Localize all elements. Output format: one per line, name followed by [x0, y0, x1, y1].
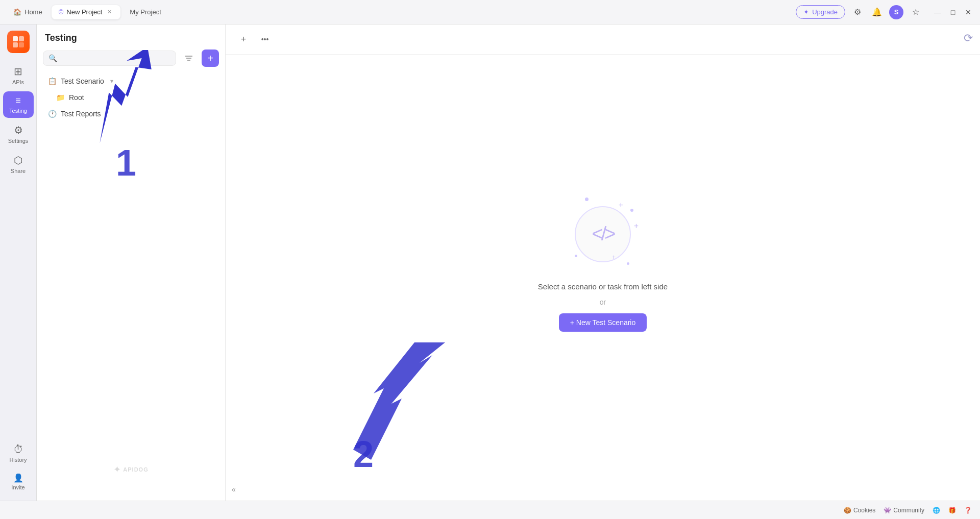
sidebar-nav-test-scenario[interactable]: 📋 Test Scenario ▾ [40, 73, 222, 89]
close-button[interactable]: ✕ [963, 7, 974, 18]
sidebar-item-settings[interactable]: ⚙ Settings [3, 120, 34, 148]
empty-state-text: Select a scenario or task from left side [538, 282, 668, 291]
upgrade-icon: ✦ [803, 8, 809, 16]
share-label: Share [11, 168, 26, 174]
sidebar: Testing 🔍 + 📋 Test Scenario ▾ 📁 [37, 24, 226, 501]
gift-link[interactable]: 🎁 [948, 507, 956, 514]
history-icon: ⏱ [13, 443, 23, 455]
new-test-scenario-button[interactable]: + New Test Scenario [559, 313, 647, 332]
root-label: Root [69, 93, 84, 102]
svg-rect-0 [13, 36, 18, 41]
tab-close-icon[interactable]: ✕ [105, 8, 113, 16]
window-controls: — □ ✕ [932, 7, 974, 18]
testing-label: Testing [9, 108, 27, 114]
search-icon: 🔍 [48, 54, 57, 62]
community-link[interactable]: 👾 Community [884, 507, 924, 514]
apis-label: APIs [12, 79, 24, 85]
sidebar-title: Testing [37, 33, 225, 50]
main-layout: ⊞ APIs ≡ Testing ⚙ Settings ⬡ Share ⏱ Hi… [0, 24, 980, 501]
annotation-2: 2 [353, 433, 374, 475]
content-area: ⟳ + ••• </> + + + [226, 24, 980, 501]
history-label: History [9, 457, 27, 463]
apis-icon: ⊞ [14, 65, 22, 78]
settings-label: Settings [8, 138, 29, 144]
more-options-icon[interactable]: ••• [257, 32, 273, 47]
invite-label: Invite [11, 484, 24, 490]
sidebar-item-testing[interactable]: ≡ Testing [3, 91, 34, 118]
test-scenario-icon: 📋 [48, 77, 57, 85]
help-link[interactable]: ❓ [964, 507, 972, 514]
new-project-icon: © [59, 8, 64, 16]
annotation-arrow-2 [328, 327, 583, 470]
filter-button[interactable] [180, 50, 198, 67]
sidebar-toolbar: 🔍 + [37, 50, 225, 73]
bottom-bar: 🍪 Cookies 👾 Community 🌐 🎁 ❓ [0, 501, 980, 519]
sidebar-nav-root[interactable]: 📁 Root [40, 89, 222, 106]
test-reports-label: Test Reports [61, 110, 101, 118]
sidebar-item-apis[interactable]: ⊞ APIs [3, 61, 34, 89]
community-icon: 👾 [884, 507, 891, 514]
avatar[interactable]: S [889, 5, 903, 19]
tab-home[interactable]: 🏠 Home [6, 5, 50, 19]
svg-rect-2 [13, 42, 18, 47]
sidebar-nav-test-reports[interactable]: 🕐 Test Reports [40, 106, 222, 122]
globe-link[interactable]: 🌐 [933, 507, 940, 514]
upgrade-button[interactable]: ✦ Upgrade [796, 5, 845, 19]
sidebar-item-share[interactable]: ⬡ Share [3, 150, 34, 178]
svg-rect-1 [19, 36, 24, 41]
empty-state-or: or [600, 298, 606, 306]
add-button[interactable]: + [202, 50, 219, 67]
cookies-icon: 🍪 [844, 507, 851, 514]
apidog-label: APIDOG [123, 466, 148, 473]
app-logo[interactable] [7, 31, 30, 53]
invite-icon: 👤 [13, 473, 23, 483]
chevron-down-icon: ▾ [110, 78, 113, 85]
upgrade-label: Upgrade [812, 8, 838, 16]
titlebar: 🏠 Home © New Project ✕ My Project ✦ Upgr… [0, 0, 980, 24]
titlebar-right: ✦ Upgrade ⚙ 🔔 S ☆ — □ ✕ [796, 5, 974, 19]
test-reports-icon: 🕐 [48, 110, 57, 118]
empty-state: </> + + + Select a scenario or task from… [226, 55, 980, 501]
gift-icon: 🎁 [948, 507, 956, 514]
apidog-logo: ✦ [113, 464, 121, 475]
nav-bottom: ⏱ History 👤 Invite [3, 439, 34, 495]
test-scenario-label: Test Scenario [61, 77, 104, 85]
search-box[interactable]: 🔍 [43, 51, 176, 66]
bottom-right: 🍪 Cookies 👾 Community 🌐 🎁 ❓ [844, 507, 972, 514]
minimize-button[interactable]: — [932, 7, 943, 18]
sidebar-item-history[interactable]: ⏱ History [3, 439, 34, 467]
settings-nav-icon: ⚙ [14, 124, 23, 136]
maximize-button[interactable]: □ [947, 7, 959, 18]
refresh-icon[interactable]: ⟳ [964, 32, 973, 45]
share-icon: ⬡ [14, 154, 22, 166]
settings-icon[interactable]: ⚙ [850, 5, 865, 19]
tab-new-project[interactable]: © New Project ✕ [52, 5, 121, 19]
testing-icon: ≡ [15, 95, 21, 106]
globe-icon: 🌐 [933, 507, 940, 514]
cookies-label: Cookies [853, 507, 875, 514]
home-icon: 🏠 [13, 8, 21, 16]
community-label: Community [893, 507, 924, 514]
notifications-icon[interactable]: 🔔 [870, 5, 884, 19]
empty-state-icon-circle: </> [575, 206, 631, 262]
annotation-1: 1 [116, 142, 136, 184]
sidebar-collapse-button[interactable]: « [227, 482, 241, 497]
svg-rect-3 [19, 42, 24, 47]
tab-my-project[interactable]: My Project [122, 5, 168, 19]
tab-home-label: Home [24, 8, 42, 16]
svg-marker-8 [353, 342, 445, 460]
tab-new-project-label: New Project [66, 8, 102, 16]
left-nav: ⊞ APIs ≡ Testing ⚙ Settings ⬡ Share ⏱ Hi… [0, 24, 37, 501]
sidebar-item-invite[interactable]: 👤 Invite [3, 469, 34, 495]
tab-my-project-label: My Project [130, 8, 161, 16]
root-folder-icon: 📁 [56, 93, 65, 102]
content-header: + ••• [226, 24, 980, 55]
new-scenario-label: + New Test Scenario [570, 318, 636, 327]
code-brackets-icon: </> [592, 223, 614, 245]
bookmark-icon[interactable]: ☆ [909, 5, 923, 19]
add-content-icon[interactable]: + [236, 32, 251, 47]
help-icon: ❓ [964, 507, 972, 514]
tab-bar: 🏠 Home © New Project ✕ My Project [6, 5, 796, 19]
search-input[interactable] [60, 55, 170, 62]
cookies-link[interactable]: 🍪 Cookies [844, 507, 875, 514]
